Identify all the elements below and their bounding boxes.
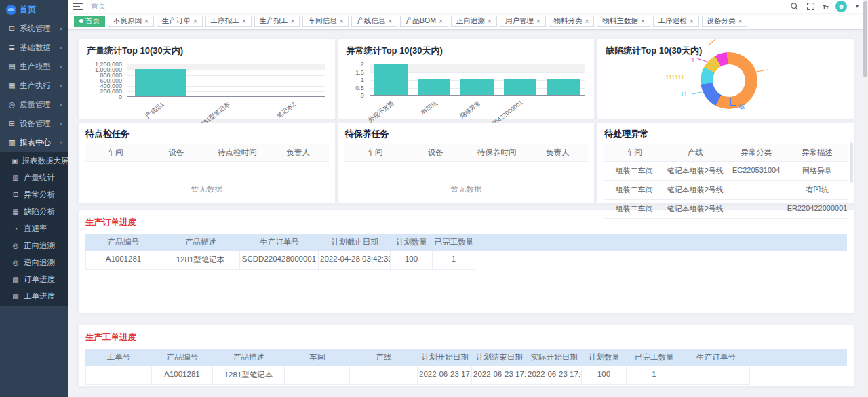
table-row[interactable]: 组装二车间笔记本组装2号线有凹坑 [604,181,848,200]
bar[interactable] [504,79,537,95]
tab-label: 用户管理 [505,16,534,26]
sidebar-subitem-3[interactable]: ▦缺陷分析 [0,203,68,220]
sidebar-subitem-label: 缺陷分析 [24,207,55,217]
tab-10[interactable]: 物料分类× [549,16,595,27]
table-cell [350,366,418,385]
table-cell: 笔记本组装2号线 [665,162,726,180]
tab-13[interactable]: 设备分类× [702,16,748,27]
scrollbar-thumb[interactable] [863,1,867,77]
empty-state-text: 暂无数据 [344,162,589,194]
tab-4[interactable]: 生产报工× [254,16,300,27]
hamburger-icon[interactable] [73,3,83,11]
tab-2[interactable]: 生产订单× [157,16,203,27]
close-icon[interactable]: × [738,18,743,25]
sidebar-subitem-2[interactable]: ⊡异常分析 [0,186,68,203]
tab-8[interactable]: 正向追溯× [451,16,497,27]
tab-label: 工序巡检 [658,16,687,26]
plot-area [370,64,585,96]
fullscreen-icon[interactable] [806,2,815,11]
bar[interactable] [460,79,494,95]
x-axis-tick-label: 有凹坑 [420,99,439,117]
caret-down-icon[interactable]: ▼ [854,3,860,9]
sidebar-item-0[interactable]: ⊡系统管理∨ [0,19,68,38]
active-tab-dot [79,19,83,23]
close-icon[interactable]: × [488,18,492,25]
workorder-progress-table: 工单号产品编号产品描述车间产线计划开始日期计划结束日期实际开始日期计划数量已完工… [85,349,847,385]
table-row[interactable]: A10012811281型笔记本SCDD2204280000012022-04-… [85,251,847,270]
font-size-icon[interactable]: тT [823,3,828,11]
tab-label: 生产报工 [260,16,288,26]
sidebar: 首页 ⊡系统管理∨≣基础数据∨▤生产模型∨▦生产执行∨◎质量管理∨⊞设备管理∨▥… [0,0,68,397]
close-icon[interactable]: × [388,18,392,25]
breadcrumb[interactable]: 首页 [91,1,106,12]
sidebar-item-label: 生产模型 [20,62,59,72]
tab-3[interactable]: 工序报工× [205,16,252,27]
bar-slot [456,64,499,95]
x-axis-tick-label: 外观不光滑 [367,99,396,125]
user-avatar[interactable]: ☻ [835,1,847,12]
bars [370,64,585,95]
table-header: 车间设备待保养时间负责人 [344,144,589,162]
panel-scrollbar[interactable] [850,142,853,183]
close-icon[interactable]: × [439,18,443,25]
close-icon[interactable]: × [291,18,295,25]
table-cell: 100 [391,251,433,270]
pass-rate-icon: ◔ [12,225,20,232]
bar[interactable] [418,79,451,95]
sidebar-item-3[interactable]: ▦生产执行∨ [0,76,68,95]
tab-6[interactable]: 产线信息× [351,16,397,27]
sidebar-subitem-label: 逆向追溯 [24,257,55,268]
column-header: 车间 [85,144,146,161]
table-cell: 网络异常 [787,162,848,180]
close-icon[interactable]: × [690,18,694,25]
search-icon[interactable] [790,2,799,11]
x-axis-slot: 有凹坑 [412,96,456,114]
close-icon[interactable]: × [339,18,343,25]
tab-label: 生产订单 [162,16,191,26]
table-cell [85,366,152,385]
tasks-row: 待点检任务车间设备待点检时间负责人暂无数据待保养任务车间设备待保养时间负责人暂无… [78,123,854,204]
task-panel-title: 待点检任务 [85,125,329,144]
quality-management-icon: ◎ [7,100,17,109]
sidebar-item-4[interactable]: ◎质量管理∨ [0,95,68,114]
tab-7[interactable]: 产品BOM× [400,16,448,27]
tab-12[interactable]: 工序巡检× [653,16,699,27]
sidebar-submenu: ▣报表数据大屏▥产量统计⊡异常分析▦缺陷分析◔直通率◎正向追溯◎逆向追溯▤订单进… [0,152,68,306]
chart-title: 产量统计Top 10(30天内) [87,45,327,57]
tab-9[interactable]: 用户管理× [500,16,546,27]
sidebar-item-1[interactable]: ≣基础数据∨ [0,38,68,57]
tab-5[interactable]: 车间信息× [302,16,349,27]
table-cell: 1281型笔记本 [161,251,240,270]
table-row[interactable]: 组装二车间笔记本组装2号线EC220531004网络异常 [604,162,848,181]
bar[interactable] [135,69,186,96]
bar[interactable] [374,64,408,95]
bar[interactable] [547,79,580,95]
close-icon[interactable]: × [242,18,246,25]
column-header: 车间 [604,144,665,161]
tab-1[interactable]: 不良原因× [108,16,154,27]
sidebar-subitem-1[interactable]: ▥产量统计 [0,169,68,186]
tab-0[interactable]: 首页 [74,16,105,27]
close-icon[interactable]: × [585,18,589,25]
close-icon[interactable]: × [536,18,540,25]
sidebar-item-5[interactable]: ⊞设备管理∨ [0,114,68,133]
sidebar-item-label: 生产执行 [20,81,59,91]
table-row[interactable]: 组装二车间笔记本组装2号线ER220422000001 [604,200,848,219]
sidebar-subitem-5[interactable]: ◎正向追溯 [0,237,68,254]
reverse-trace-icon: ◎ [12,259,20,266]
donut-slice-label: 1 [691,56,694,64]
table-row[interactable]: A10012811281型笔记本2022-06-23 17:45:012022-… [85,366,847,385]
sidebar-subitem-6[interactable]: ◎逆向追溯 [0,254,68,271]
sidebar-logo[interactable]: 首页 [0,0,68,19]
sidebar-subitem-8[interactable]: ▤工单进度 [0,288,68,305]
sidebar-subitem-0[interactable]: ▣报表数据大屏 [0,152,68,169]
tab-11[interactable]: 物料主数据× [597,16,650,27]
sidebar-subitem-7[interactable]: ▤订单进度 [0,271,68,288]
sidebar-item-6[interactable]: ▥报表中心∧ [0,133,68,152]
close-icon[interactable]: × [144,18,149,25]
sidebar-subitem-4[interactable]: ◔直通率 [0,220,68,237]
sidebar-item-2[interactable]: ▤生产模型∨ [0,57,68,76]
page-scrollbar[interactable] [863,0,868,397]
close-icon[interactable]: × [193,18,197,25]
close-icon[interactable]: × [641,18,645,25]
